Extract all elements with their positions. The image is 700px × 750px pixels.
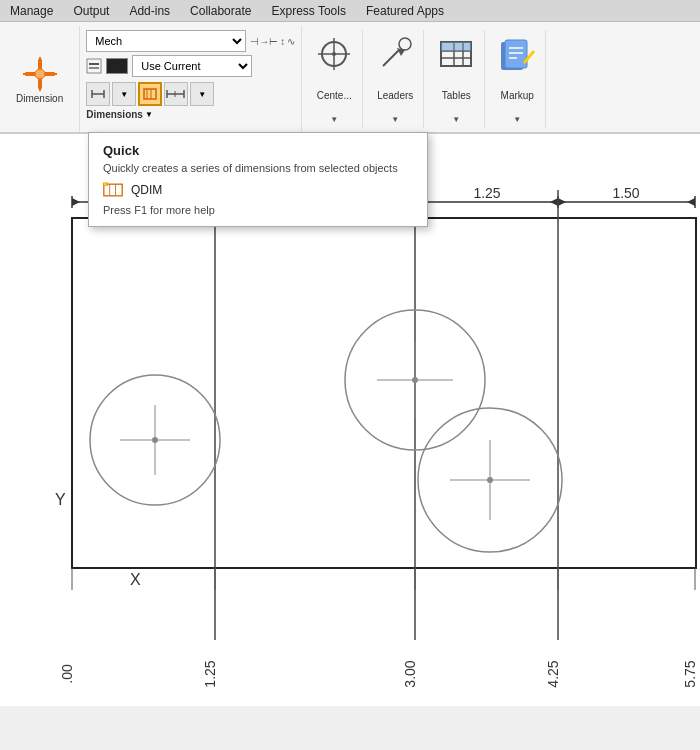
down-arrow-btn[interactable]: ▼ <box>112 82 136 106</box>
svg-text:1.25: 1.25 <box>202 660 218 687</box>
ribbon-dimension-section: Dimension <box>0 26 80 132</box>
tables-icon <box>436 34 476 74</box>
dims-section-arrow: ▼ <box>145 110 153 119</box>
svg-point-81 <box>487 477 493 483</box>
quick-dim-btn[interactable] <box>138 82 162 106</box>
more-dim-icon <box>166 86 186 102</box>
use-current-dropdown[interactable]: Use Current <box>132 55 252 77</box>
svg-point-23 <box>332 52 336 56</box>
svg-text:Y: Y <box>55 491 66 508</box>
svg-text:1.25: 1.25 <box>473 185 500 201</box>
more-btn-arrow[interactable]: ▼ <box>190 82 214 106</box>
markup-icon <box>497 34 537 74</box>
svg-point-77 <box>412 377 418 383</box>
dimension-icon <box>21 55 59 93</box>
svg-rect-32 <box>441 42 471 51</box>
tooltip-help: Press F1 for more help <box>103 204 413 216</box>
svg-point-24 <box>399 38 411 50</box>
menu-bar: Manage Output Add-ins Collaborate Expres… <box>0 0 700 22</box>
layer-icon <box>86 58 102 74</box>
tooltip-qdim-row: ⊞ QDIM <box>103 182 413 198</box>
tooltip-panel: Quick Quickly creates a series of dimens… <box>88 132 428 227</box>
menu-addins[interactable]: Add-ins <box>119 2 180 20</box>
markup-label: Markup <box>501 90 534 101</box>
center-label: Cente... <box>317 90 352 101</box>
leaders-icon <box>375 34 415 74</box>
menu-featuredapps[interactable]: Featured Apps <box>356 2 454 20</box>
leaders-dropdown-arrow: ▼ <box>391 115 399 124</box>
svg-text:3.00: 3.00 <box>402 660 418 687</box>
markup-dropdown-arrow: ▼ <box>513 115 521 124</box>
dimension-button[interactable]: Dimension <box>8 51 71 108</box>
qdim-icon: ⊞ <box>103 182 123 198</box>
center-dropdown-arrow: ▼ <box>330 115 338 124</box>
dim-tools-row: ▼ ▼ <box>86 82 295 106</box>
ribbon-middle-section: Mech ⊣→⊢ ↕ ∿ Use Current <box>80 26 302 132</box>
svg-rect-13 <box>144 89 156 99</box>
menu-manage[interactable]: Manage <box>0 2 63 20</box>
tooltip-description: Quickly creates a series of dimensions f… <box>103 162 413 174</box>
svg-text:⊞: ⊞ <box>104 183 107 186</box>
ribbon: Dimension Mech ⊣→⊢ ↕ ∿ Use Current <box>0 22 700 134</box>
svg-line-25 <box>383 50 399 66</box>
mech-row: Mech ⊣→⊢ ↕ ∿ <box>86 30 295 52</box>
dimensions-section-label: Dimensions <box>86 109 143 120</box>
svg-text:5.75: 5.75 <box>682 660 698 687</box>
more-dim-btn[interactable] <box>164 82 188 106</box>
svg-text:4.25: 4.25 <box>545 660 561 687</box>
svg-rect-44 <box>0 150 700 690</box>
svg-point-73 <box>152 437 158 443</box>
center-icon <box>314 34 354 74</box>
menu-output[interactable]: Output <box>63 2 119 20</box>
use-current-row: Use Current <box>86 55 295 77</box>
ribbon-group-center[interactable]: Cente... ▼ <box>306 30 363 128</box>
svg-point-2 <box>35 69 45 79</box>
linear-dim-btn[interactable] <box>86 82 110 106</box>
svg-text:X: X <box>130 571 141 588</box>
svg-text:1.50: 1.50 <box>612 185 639 201</box>
tooltip-title: Quick <box>103 143 413 158</box>
dimension-label: Dimension <box>16 93 63 104</box>
tables-label: Tables <box>442 90 471 101</box>
linear-dim-icon <box>90 86 106 102</box>
ribbon-group-markup[interactable]: Markup ▼ <box>489 30 546 128</box>
menu-expresstools[interactable]: Express Tools <box>261 2 355 20</box>
svg-rect-34 <box>505 40 527 68</box>
tables-dropdown-arrow: ▼ <box>452 115 460 124</box>
quick-dim-icon <box>142 86 158 102</box>
svg-rect-7 <box>87 59 101 73</box>
menu-collaborate[interactable]: Collaborate <box>180 2 261 20</box>
ribbon-group-leaders[interactable]: Leaders ▼ <box>367 30 424 128</box>
svg-rect-8 <box>89 63 99 65</box>
svg-rect-9 <box>89 67 99 69</box>
ribbon-right: Cente... ▼ Leaders ▼ <box>302 26 700 132</box>
svg-text:.00: .00 <box>59 664 75 684</box>
qdim-label: QDIM <box>131 183 162 197</box>
ribbon-group-tables[interactable]: Tables ▼ <box>428 30 485 128</box>
mech-dropdown[interactable]: Mech <box>86 30 246 52</box>
color-swatch <box>106 58 128 74</box>
leaders-label: Leaders <box>377 90 413 101</box>
